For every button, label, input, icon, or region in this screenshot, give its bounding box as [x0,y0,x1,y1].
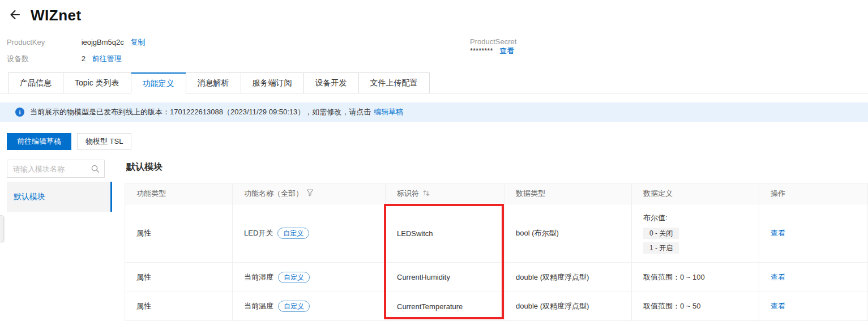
tab-topic-list[interactable]: Topic 类列表 [63,72,131,93]
go-edit-draft-button[interactable]: 前往编辑草稿 [7,133,71,150]
col-header-data-type: 数据类型 [504,183,632,204]
edit-draft-link[interactable]: 编辑草稿 [374,107,403,117]
custom-tag[interactable]: 自定义 [278,301,310,312]
page-title: WIZnet [31,7,82,24]
tab-message-parsing[interactable]: 消息解析 [186,72,241,93]
tab-feature-definition[interactable]: 功能定义 [131,72,186,93]
cell-feature-name: 当前温度 自定义 [233,292,386,321]
cell-identifier: CurrentTemperature [386,292,504,321]
view-link[interactable]: 查看 [771,273,785,281]
cell-data-type: bool (布尔型) [504,204,632,263]
cell-feature-type: 属性 [125,292,233,321]
col-header-identifier: 标识符 [386,183,504,204]
search-icon[interactable] [91,164,100,176]
tab-bar: 产品信息 Topic 类列表 功能定义 消息解析 服务端订阅 设备开发 文件上传… [0,72,868,93]
filter-icon[interactable] [306,189,314,198]
cell-feature-name: LED开关 自定义 [233,204,386,263]
product-secret-value: ******** [470,46,493,55]
bool-option-0: 0 - 关闭 [643,228,679,239]
info-icon: i [15,108,24,117]
cell-data-definition: 布尔值: 0 - 关闭 1 - 开启 [632,204,759,263]
product-key-row: ProductKey ieojgBm5q2c 复制 ProductSecret … [7,37,145,48]
module-search-box [7,160,105,178]
col-header-feature-name: 功能名称（全部） [233,183,386,204]
col-header-data-definition: 数据定义 [632,183,759,204]
tsl-model-button[interactable]: 物模型 TSL [77,133,131,150]
copy-product-key-link[interactable]: 复制 [130,38,145,46]
product-key-value: ieojgBm5q2c [82,38,124,46]
page-header: WIZnet [8,7,82,24]
custom-tag[interactable]: 自定义 [278,272,310,283]
module-search-input[interactable] [7,160,104,177]
module-title: 默认模块 [126,161,163,173]
cell-feature-name: 当前湿度 自定义 [233,263,386,292]
cell-data-definition: 取值范围：0 ~ 100 [632,263,759,292]
sidebar-item-default-module[interactable]: 默认模块 [7,182,112,212]
view-product-secret-link[interactable]: 查看 [499,46,514,55]
product-secret-row: ProductSecret ******** 查看 [470,37,536,56]
back-button[interactable] [8,8,22,24]
cell-feature-type: 属性 [125,204,233,263]
manage-devices-link[interactable]: 前往管理 [92,54,121,63]
cell-feature-type: 属性 [125,263,233,292]
cell-identifier: LEDSwitch [386,204,504,263]
table-row-currenthumidity: 属性 当前湿度 自定义 CurrentHumidity double (双精度浮… [125,263,868,292]
table-row-currenttemperature: 属性 当前温度 自定义 CurrentTemperature double (双… [125,292,868,321]
published-version-banner: i 当前展示的物模型是已发布到线上的版本：1701222613088（2023/… [0,102,868,122]
tab-device-development[interactable]: 设备开发 [303,72,359,93]
tab-product-info[interactable]: 产品信息 [8,72,63,93]
cell-data-definition: 取值范围：0 ~ 50 [632,292,759,321]
cell-data-type: double (双精度浮点型) [504,292,632,321]
sort-icon[interactable] [422,189,430,199]
back-arrow-icon [8,8,22,24]
device-count-label: 设备数 [7,54,79,64]
cell-actions: 查看 [759,204,868,263]
table-header-row: 功能类型 功能名称（全部） 标识符 [125,183,868,204]
product-secret-label: ProductSecret [470,37,536,46]
cell-identifier: CurrentHumidity [386,263,504,292]
view-link[interactable]: 查看 [771,229,785,237]
cell-actions: 查看 [759,263,868,292]
device-count-value: 2 [82,54,85,63]
cell-actions: 查看 [759,292,868,321]
cell-data-type: double (双精度浮点型) [504,263,632,292]
bool-option-1: 1 - 开启 [643,242,679,254]
product-key-label: ProductKey [7,38,79,46]
device-count-row: 设备数 2 前往管理 [7,54,121,64]
tab-server-subscription[interactable]: 服务端订阅 [241,72,304,93]
col-header-actions: 操作 [759,183,868,204]
banner-text: 当前展示的物模型是已发布到线上的版本：1701222613088（2023/11… [30,107,371,117]
view-link[interactable]: 查看 [771,302,785,310]
col-header-feature-type: 功能类型 [125,183,233,204]
table-row-ledswitch: 属性 LED开关 自定义 LEDSwitch bool (布尔型) 布尔值: 0… [125,204,868,263]
tab-file-upload-config[interactable]: 文件上传配置 [358,72,430,93]
feature-table: 功能类型 功能名称（全部） 标识符 [125,183,868,321]
sidebar-item-label: 默认模块 [14,192,45,202]
custom-tag[interactable]: 自定义 [277,228,309,239]
collapsed-drawer-handle[interactable] [0,215,4,242]
iot-product-detail-page: WIZnet ProductKey ieojgBm5q2c 复制 Product… [0,0,868,321]
toolbar: 前往编辑草稿 物模型 TSL [7,133,131,150]
